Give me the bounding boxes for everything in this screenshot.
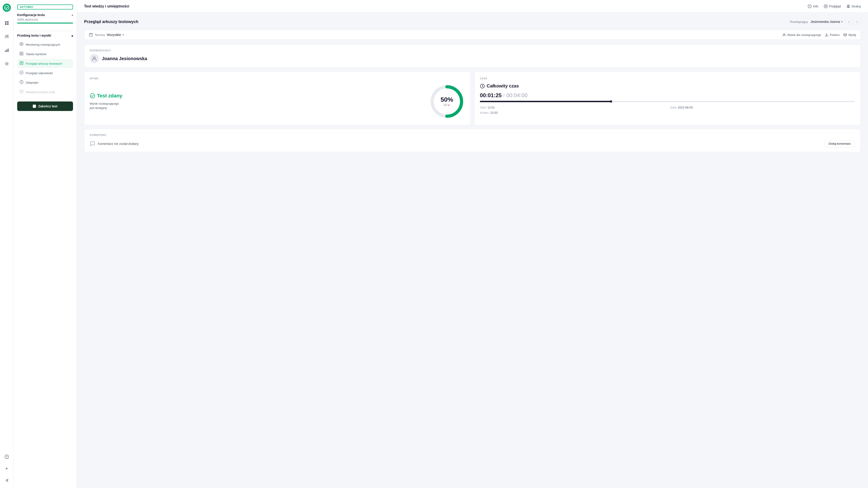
resolver-selector[interactable]: Jesionowska Joanna ▾ [811, 20, 843, 24]
add-comment-button[interactable]: Dodaj komentarz [825, 140, 855, 147]
sidebar-item-monitoring[interactable]: Monitoring rozwiązujących [17, 40, 73, 49]
calendar-icon [89, 33, 93, 37]
stats-icon [20, 80, 24, 85]
donut-fraction: 1/2 p. [440, 103, 453, 106]
view-for-resolver-button[interactable]: Widok dla rozwiązującego [782, 33, 821, 37]
svg-rect-2 [7, 21, 8, 23]
svg-point-6 [7, 35, 8, 36]
resolver-selected-name: Jesionowska Joanna [811, 20, 840, 24]
main-content: Test wiedzy i umiejętności i Info Podglą… [77, 0, 868, 488]
sidebar-item-results-table[interactable]: Tabela wyników [17, 50, 73, 59]
time-panel-inner: Całkowity czas 00:01:25 / 00:04:00 [480, 83, 855, 114]
print-button[interactable]: Drukuj [846, 4, 861, 8]
comment-body: Komentarz nie został dodany Dodaj koment… [90, 140, 855, 147]
time-start: Start 12:01 [480, 106, 665, 109]
time-values: 00:01:25 / 00:04:00 [480, 92, 855, 98]
time-end: Koniec 12:03 [480, 111, 665, 114]
download-button[interactable]: Pobierz [825, 33, 840, 37]
resolver-card: ROZWIĄZUJĄCY Joanna Jesionowska [84, 44, 861, 68]
stop-icon [33, 105, 36, 108]
info-button[interactable]: i Info [808, 4, 818, 8]
help-icon[interactable]: ? [3, 453, 11, 461]
svg-point-5 [5, 35, 7, 37]
donut-chart: 50% 1/2 p. [429, 83, 465, 120]
svg-point-0 [4, 5, 9, 10]
filter-dropdown[interactable]: Wszystkie ▾ [107, 33, 124, 37]
sidebar-item-sheets[interactable]: Przegląd arkuszy testowych [17, 59, 73, 68]
date-value: 2022-08-05 [678, 106, 693, 109]
end-label: Koniec [480, 111, 489, 114]
end-value: 12:03 [490, 111, 498, 114]
sidebar-item-stats[interactable]: Statystyki [17, 78, 73, 87]
sheet-title: Przegląd arkuszy testowych [84, 20, 138, 24]
page-title: Test wiedzy i umiejętności [84, 4, 129, 8]
collapse-icon[interactable] [3, 476, 11, 484]
filter-left: Terminy Wszystkie ▾ [89, 33, 124, 37]
content-area: Przegląd arkuszy testowych Rozwiązujący … [77, 13, 868, 488]
end-test-button[interactable]: Zakończ test [17, 101, 73, 111]
app-logo[interactable] [3, 4, 11, 12]
time-meta: Start 12:01 Data 2022-08-05 Koniec 12:03 [480, 106, 855, 114]
resolver-chevron-icon: ▾ [841, 20, 843, 23]
svg-point-26 [21, 91, 22, 92]
time-bar-fill [480, 101, 611, 102]
analytics-icon[interactable] [3, 46, 11, 54]
svg-point-43 [460, 100, 463, 102]
preview-button[interactable]: Podgląd [824, 4, 841, 8]
result-info: Test zdany Wynik rozwiązującego jest dos… [90, 93, 423, 110]
resolver-label: Rozwiązujący [790, 20, 808, 24]
grid-icon[interactable] [3, 19, 11, 27]
svg-point-25 [20, 90, 23, 93]
time-bar [480, 101, 855, 102]
time-bar-dot [610, 100, 612, 102]
sheets-label: Przegląd arkuszy testowych [26, 62, 62, 65]
progress-bar-fill [17, 23, 73, 24]
result-panel: WYNIK Test zdany Wynik rozwiązującego [84, 71, 471, 125]
svg-rect-33 [89, 33, 92, 36]
svg-rect-1 [5, 21, 6, 23]
config-chevron-icon[interactable]: ▴ [72, 13, 73, 17]
filter-chevron-icon: ▾ [123, 33, 124, 36]
time-separator: / [503, 93, 504, 98]
filter-label: Terminy [95, 33, 105, 37]
send-button[interactable]: Wyślij [843, 33, 856, 37]
svg-point-14 [21, 43, 22, 45]
comment-section-label: KOMENTARZ [90, 133, 855, 136]
navigation-arrows: ‹ › [845, 18, 861, 25]
monitoring-icon [20, 42, 24, 47]
svg-rect-7 [5, 51, 6, 52]
unused-codes-label: Niewykorzystane kody [26, 90, 55, 94]
table-icon [20, 52, 24, 57]
time-total: 00:04:00 [506, 92, 527, 98]
answers-label: Przegląd odpowiedzi [26, 71, 53, 75]
donut-percent: 50% [440, 96, 453, 103]
svg-point-40 [90, 94, 95, 98]
svg-point-29 [824, 4, 828, 8]
panels-row: WYNIK Test zdany Wynik rozwiązującego [84, 71, 861, 125]
status-badge: AKTYWNY [17, 4, 73, 9]
users-icon[interactable] [3, 33, 11, 41]
sheets-icon [20, 61, 24, 66]
start-label: Start [480, 106, 486, 109]
svg-rect-8 [6, 50, 7, 52]
svg-point-30 [825, 6, 827, 7]
monitoring-label: Monitoring rozwiązujących [26, 43, 60, 46]
back-icon[interactable] [3, 464, 11, 472]
stats-label: Statystyki [26, 81, 38, 84]
sidebar-item-answers[interactable]: Przegląd odpowiedzi [17, 68, 73, 78]
time-used: 00:01:25 [480, 92, 502, 98]
comment-icon [90, 141, 95, 147]
svg-rect-3 [5, 23, 6, 25]
time-header: Całkowity czas [480, 83, 855, 89]
result-status: Test zdany [90, 93, 423, 99]
resolver-full-name: Joanna Jesionowska [102, 56, 147, 61]
run-chevron-icon[interactable]: ▴ [71, 34, 73, 37]
check-circle-icon [90, 93, 95, 98]
next-resolver-button[interactable]: › [854, 18, 861, 25]
unused-codes-icon [20, 90, 24, 94]
prev-resolver-button[interactable]: ‹ [845, 18, 852, 25]
settings-icon[interactable] [3, 60, 11, 68]
date-label: Data [670, 106, 676, 109]
svg-rect-32 [848, 6, 849, 7]
topbar: Test wiedzy i umiejętności i Info Podglą… [77, 0, 868, 13]
